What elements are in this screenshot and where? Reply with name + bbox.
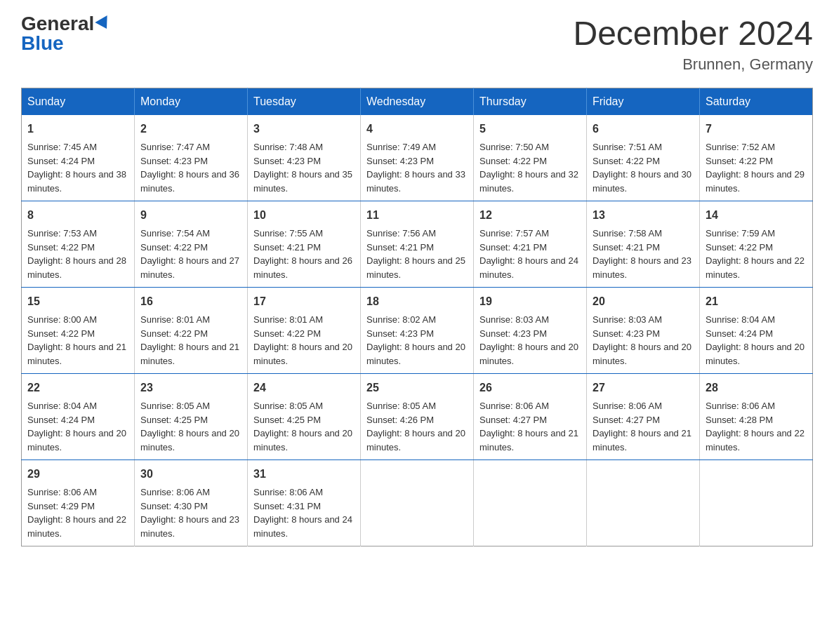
calendar-header-tuesday: Tuesday	[248, 88, 361, 116]
day-number: 27	[593, 380, 694, 396]
calendar-cell: 10Sunrise: 7:55 AMSunset: 4:21 PMDayligh…	[248, 201, 361, 288]
day-info: Sunrise: 8:05 AMSunset: 4:25 PMDaylight:…	[253, 401, 352, 452]
day-info: Sunrise: 8:02 AMSunset: 4:23 PMDaylight:…	[366, 314, 465, 366]
calendar-cell: 19Sunrise: 8:03 AMSunset: 4:23 PMDayligh…	[474, 288, 587, 374]
calendar-cell: 6Sunrise: 7:51 AMSunset: 4:22 PMDaylight…	[587, 115, 700, 201]
day-info: Sunrise: 8:06 AMSunset: 4:30 PMDaylight:…	[140, 487, 239, 539]
day-number: 26	[479, 380, 581, 396]
day-number: 16	[140, 293, 241, 310]
day-info: Sunrise: 7:45 AMSunset: 4:24 PMDaylight:…	[27, 142, 126, 194]
calendar-table: SundayMondayTuesdayWednesdayThursdayFrid…	[21, 88, 813, 546]
day-number: 4	[366, 121, 468, 137]
day-number: 23	[140, 380, 241, 396]
calendar-cell	[361, 460, 474, 546]
day-number: 28	[706, 380, 807, 396]
day-number: 3	[253, 121, 355, 137]
calendar-cell: 25Sunrise: 8:05 AMSunset: 4:26 PMDayligh…	[361, 374, 474, 460]
calendar-header-sunday: Sunday	[22, 88, 135, 116]
calendar-cell: 7Sunrise: 7:52 AMSunset: 4:22 PMDaylight…	[700, 115, 813, 201]
calendar-header-friday: Friday	[587, 88, 700, 116]
calendar-week-row: 8Sunrise: 7:53 AMSunset: 4:22 PMDaylight…	[22, 201, 813, 288]
day-number: 31	[253, 466, 355, 483]
calendar-cell: 9Sunrise: 7:54 AMSunset: 4:22 PMDaylight…	[135, 201, 248, 288]
day-info: Sunrise: 7:50 AMSunset: 4:22 PMDaylight:…	[479, 142, 578, 194]
logo-triangle-icon	[95, 15, 113, 32]
calendar-cell: 21Sunrise: 8:04 AMSunset: 4:24 PMDayligh…	[700, 288, 813, 374]
day-info: Sunrise: 7:52 AMSunset: 4:22 PMDaylight:…	[706, 142, 805, 194]
calendar-header-monday: Monday	[135, 88, 248, 116]
calendar-cell: 31Sunrise: 8:06 AMSunset: 4:31 PMDayligh…	[248, 460, 361, 546]
month-title: December 2024	[573, 14, 813, 53]
day-info: Sunrise: 7:48 AMSunset: 4:23 PMDaylight:…	[253, 142, 352, 194]
calendar-cell: 5Sunrise: 7:50 AMSunset: 4:22 PMDaylight…	[474, 115, 587, 201]
calendar-header-thursday: Thursday	[474, 88, 587, 116]
calendar-cell: 13Sunrise: 7:58 AMSunset: 4:21 PMDayligh…	[587, 201, 700, 288]
day-info: Sunrise: 8:06 AMSunset: 4:29 PMDaylight:…	[27, 487, 126, 539]
day-number: 2	[140, 121, 241, 137]
day-info: Sunrise: 8:05 AMSunset: 4:25 PMDaylight:…	[140, 401, 239, 452]
calendar-header-wednesday: Wednesday	[361, 88, 474, 116]
calendar-cell: 12Sunrise: 7:57 AMSunset: 4:21 PMDayligh…	[474, 201, 587, 288]
calendar-week-row: 15Sunrise: 8:00 AMSunset: 4:22 PMDayligh…	[22, 288, 813, 374]
calendar-cell: 26Sunrise: 8:06 AMSunset: 4:27 PMDayligh…	[474, 374, 587, 460]
day-info: Sunrise: 8:05 AMSunset: 4:26 PMDaylight:…	[366, 401, 465, 452]
day-info: Sunrise: 8:04 AMSunset: 4:24 PMDaylight:…	[27, 401, 126, 452]
day-info: Sunrise: 7:54 AMSunset: 4:22 PMDaylight:…	[140, 228, 239, 280]
calendar-cell: 4Sunrise: 7:49 AMSunset: 4:23 PMDaylight…	[361, 115, 474, 201]
day-info: Sunrise: 8:06 AMSunset: 4:28 PMDaylight:…	[706, 401, 805, 452]
day-number: 5	[479, 121, 581, 137]
calendar-cell: 17Sunrise: 8:01 AMSunset: 4:22 PMDayligh…	[248, 288, 361, 374]
logo-blue-text: Blue	[21, 34, 64, 53]
day-number: 19	[479, 293, 581, 310]
title-area: December 2024 Brunnen, Germany	[573, 14, 813, 74]
day-info: Sunrise: 7:56 AMSunset: 4:21 PMDaylight:…	[366, 228, 465, 280]
day-number: 12	[479, 207, 581, 224]
day-info: Sunrise: 8:01 AMSunset: 4:22 PMDaylight:…	[140, 314, 239, 366]
calendar-week-row: 29Sunrise: 8:06 AMSunset: 4:29 PMDayligh…	[22, 460, 813, 546]
day-number: 7	[706, 121, 807, 137]
day-number: 29	[27, 466, 128, 483]
calendar-cell	[474, 460, 587, 546]
calendar-cell: 11Sunrise: 7:56 AMSunset: 4:21 PMDayligh…	[361, 201, 474, 288]
day-info: Sunrise: 7:59 AMSunset: 4:22 PMDaylight:…	[706, 228, 805, 280]
calendar-cell: 8Sunrise: 7:53 AMSunset: 4:22 PMDaylight…	[22, 201, 135, 288]
day-number: 22	[27, 380, 128, 396]
calendar-cell: 15Sunrise: 8:00 AMSunset: 4:22 PMDayligh…	[22, 288, 135, 374]
calendar-cell: 30Sunrise: 8:06 AMSunset: 4:30 PMDayligh…	[135, 460, 248, 546]
calendar-cell: 20Sunrise: 8:03 AMSunset: 4:23 PMDayligh…	[587, 288, 700, 374]
calendar-cell: 22Sunrise: 8:04 AMSunset: 4:24 PMDayligh…	[22, 374, 135, 460]
logo: General Blue	[21, 14, 111, 53]
day-number: 6	[593, 121, 694, 137]
calendar-cell: 2Sunrise: 7:47 AMSunset: 4:23 PMDaylight…	[135, 115, 248, 201]
day-number: 15	[27, 293, 128, 310]
day-number: 24	[253, 380, 355, 396]
calendar-cell: 23Sunrise: 8:05 AMSunset: 4:25 PMDayligh…	[135, 374, 248, 460]
day-info: Sunrise: 7:51 AMSunset: 4:22 PMDaylight:…	[593, 142, 691, 194]
day-info: Sunrise: 8:03 AMSunset: 4:23 PMDaylight:…	[479, 314, 578, 366]
day-info: Sunrise: 8:06 AMSunset: 4:27 PMDaylight:…	[593, 401, 691, 452]
calendar-cell: 14Sunrise: 7:59 AMSunset: 4:22 PMDayligh…	[700, 201, 813, 288]
calendar-cell: 16Sunrise: 8:01 AMSunset: 4:22 PMDayligh…	[135, 288, 248, 374]
day-info: Sunrise: 7:53 AMSunset: 4:22 PMDaylight:…	[27, 228, 126, 280]
calendar-cell	[700, 460, 813, 546]
calendar-week-row: 1Sunrise: 7:45 AMSunset: 4:24 PMDaylight…	[22, 115, 813, 201]
logo-general-text: General	[21, 14, 94, 34]
location-subtitle: Brunnen, Germany	[573, 55, 813, 74]
day-number: 18	[366, 293, 468, 310]
day-info: Sunrise: 8:06 AMSunset: 4:27 PMDaylight:…	[479, 401, 578, 452]
day-info: Sunrise: 8:03 AMSunset: 4:23 PMDaylight:…	[593, 314, 691, 366]
day-number: 8	[27, 207, 128, 224]
day-number: 14	[706, 207, 807, 224]
day-number: 10	[253, 207, 355, 224]
day-info: Sunrise: 7:47 AMSunset: 4:23 PMDaylight:…	[140, 142, 239, 194]
day-info: Sunrise: 7:55 AMSunset: 4:21 PMDaylight:…	[253, 228, 352, 280]
calendar-cell: 29Sunrise: 8:06 AMSunset: 4:29 PMDayligh…	[22, 460, 135, 546]
day-info: Sunrise: 8:04 AMSunset: 4:24 PMDaylight:…	[706, 314, 805, 366]
calendar-week-row: 22Sunrise: 8:04 AMSunset: 4:24 PMDayligh…	[22, 374, 813, 460]
day-number: 13	[593, 207, 694, 224]
page-header: General Blue December 2024 Brunnen, Germ…	[21, 14, 813, 74]
calendar-cell: 18Sunrise: 8:02 AMSunset: 4:23 PMDayligh…	[361, 288, 474, 374]
day-info: Sunrise: 8:00 AMSunset: 4:22 PMDaylight:…	[27, 314, 126, 366]
calendar-cell: 28Sunrise: 8:06 AMSunset: 4:28 PMDayligh…	[700, 374, 813, 460]
day-number: 20	[593, 293, 694, 310]
